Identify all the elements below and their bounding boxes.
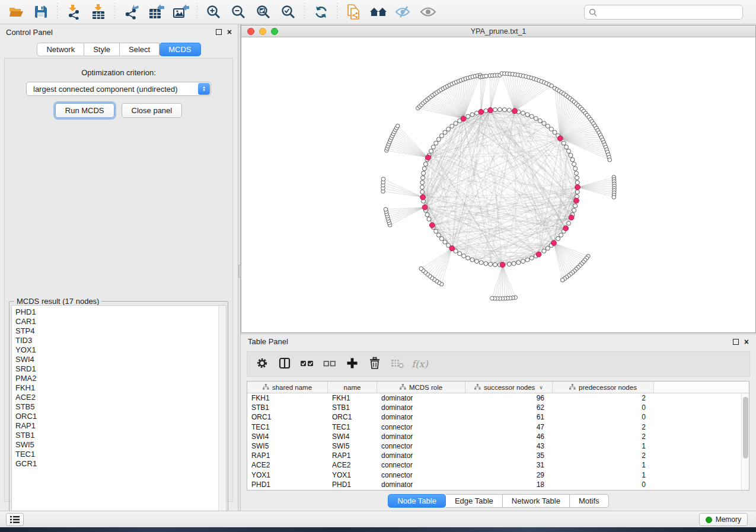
- run-mcds-button[interactable]: Run MCDS: [55, 103, 114, 118]
- zoom-out-icon: [231, 4, 246, 20]
- zoom-in-icon: [206, 4, 221, 20]
- save-button[interactable]: [28, 1, 53, 23]
- cell: RAP1: [328, 451, 377, 460]
- table-row-ACE2[interactable]: ACE2ACE2connector311: [247, 460, 749, 470]
- table-row-FKH1[interactable]: FKH1FKH1dominator962: [247, 393, 749, 403]
- table-row-ORC1[interactable]: ORC1ORC1dominator610: [247, 412, 749, 422]
- open-folder-button[interactable]: [4, 1, 28, 23]
- table-row-SWI4[interactable]: SWI4SWI4dominator462: [247, 432, 749, 441]
- mcds-result-item[interactable]: TID3: [12, 336, 226, 345]
- export-image-button[interactable]: [168, 1, 193, 23]
- mcds-result-item[interactable]: GCR1: [12, 459, 226, 469]
- tab-select[interactable]: Select: [120, 43, 160, 56]
- mcds-result-item[interactable]: RAP1: [12, 421, 226, 431]
- tab-edge-table[interactable]: Edge Table: [446, 494, 503, 508]
- zoom-selected-button[interactable]: [276, 1, 301, 23]
- zoom-out-button[interactable]: [226, 1, 251, 23]
- import-network-button[interactable]: [61, 1, 86, 23]
- memory-label: Memory: [716, 515, 741, 524]
- cell: 61: [465, 413, 553, 421]
- eye-button[interactable]: [416, 1, 441, 23]
- cell: 1: [553, 461, 654, 469]
- column-header-predecessor-nodes[interactable]: predecessor nodes: [553, 382, 654, 393]
- mcds-result-item[interactable]: SWI4: [12, 355, 226, 364]
- table-row-SWI5[interactable]: SWI5SWI5connector431: [247, 441, 749, 451]
- gear-button[interactable]: [252, 354, 272, 374]
- float-window-icon[interactable]: [733, 339, 739, 345]
- gear-icon: [256, 357, 269, 371]
- close-panel-button[interactable]: Close panel: [122, 103, 183, 118]
- import-network-icon: [66, 4, 81, 20]
- fx-button[interactable]: f(x): [410, 354, 430, 374]
- cell: 96: [465, 394, 553, 402]
- columns-button[interactable]: [275, 354, 295, 374]
- tab-node-table[interactable]: Node Table: [388, 494, 446, 508]
- mcds-result-item[interactable]: CAR1: [12, 317, 226, 326]
- memory-button[interactable]: Memory: [699, 513, 748, 526]
- toolbar-separator: [114, 3, 115, 21]
- search-input[interactable]: [600, 8, 738, 17]
- mcds-result-item[interactable]: SWI5: [12, 440, 226, 450]
- sort-menu-icon[interactable]: ∨: [539, 384, 543, 390]
- tab-motifs[interactable]: Motifs: [570, 494, 609, 508]
- network-canvas[interactable]: [241, 37, 755, 332]
- optimization-value: largest connected component (undirected): [33, 85, 178, 94]
- tab-network[interactable]: Network: [37, 43, 84, 56]
- refresh-button[interactable]: [308, 1, 333, 23]
- zoom-in-button[interactable]: [201, 1, 226, 23]
- search-box: [584, 5, 743, 20]
- cell: YOX1: [328, 471, 377, 479]
- optimization-select[interactable]: largest connected component (undirected)…: [26, 82, 211, 96]
- mcds-result-item[interactable]: STP4: [12, 326, 226, 336]
- tab-network-table[interactable]: Network Table: [503, 494, 570, 508]
- network-titlebar[interactable]: YPA_prune.txt_1: [241, 25, 755, 37]
- cell: dominator: [377, 413, 465, 421]
- mcds-result-item[interactable]: YOX1: [12, 345, 226, 355]
- table-scroll-thumb[interactable]: [743, 397, 748, 459]
- uncheck-pair-button[interactable]: [320, 354, 340, 374]
- eye-hidden-button[interactable]: [391, 1, 416, 23]
- clone-network-button[interactable]: [341, 1, 366, 23]
- float-window-icon[interactable]: [216, 29, 222, 35]
- homes-button[interactable]: [366, 1, 391, 23]
- mcds-result-item[interactable]: STB1: [12, 431, 226, 440]
- table-row-RAP1[interactable]: RAP1RAP1dominator352: [247, 451, 749, 460]
- tab-style[interactable]: Style: [84, 43, 120, 56]
- mcds-result-item[interactable]: PMA2: [12, 374, 226, 383]
- mcds-result-list[interactable]: PHD1CAR1STP4TID3YOX1SWI4SRD1PMA2FKH1ACE2…: [11, 305, 227, 519]
- control-panel-tabs: NetworkStyleSelectMCDS: [37, 43, 200, 56]
- task-history-button[interactable]: [6, 513, 24, 526]
- mcds-result-item[interactable]: STB5: [12, 402, 226, 412]
- mcds-result-item[interactable]: TEC1: [12, 450, 226, 459]
- tab-mcds[interactable]: MCDS: [160, 43, 200, 56]
- status-bar: Memory: [0, 511, 756, 527]
- close-window-icon[interactable]: ×: [744, 339, 749, 345]
- table-scrollbar[interactable]: [741, 393, 749, 491]
- table-row-STB1[interactable]: STB1STB1dominator620: [247, 403, 749, 412]
- add-button[interactable]: [342, 354, 362, 374]
- table-delete-button[interactable]: [387, 354, 407, 374]
- check-pair-button[interactable]: [297, 354, 317, 374]
- column-header-name[interactable]: name: [328, 382, 377, 393]
- mcds-result-item[interactable]: SRD1: [12, 364, 226, 374]
- mcds-result-item[interactable]: ACE2: [12, 393, 226, 402]
- export-network-button[interactable]: [119, 1, 143, 23]
- column-header-shared-name[interactable]: shared name: [247, 382, 328, 393]
- trash-button[interactable]: [365, 354, 385, 374]
- table-row-YOX1[interactable]: YOX1YOX1connector291: [247, 470, 749, 480]
- column-header-MCDS-role[interactable]: MCDS role: [377, 382, 465, 393]
- table-row-TEC1[interactable]: TEC1TEC1connector472: [247, 422, 749, 432]
- zoom-fit-button[interactable]: [251, 1, 276, 23]
- close-window-icon[interactable]: ×: [227, 29, 232, 35]
- import-table-button[interactable]: [86, 1, 111, 23]
- mcds-result-item[interactable]: PHD1: [12, 307, 226, 317]
- table-row-PHD1[interactable]: PHD1PHD1dominator180: [247, 480, 749, 489]
- zoom-fit-icon: [256, 4, 271, 20]
- column-header-successor-nodes[interactable]: successor nodes∨: [465, 382, 553, 393]
- cell: dominator: [377, 451, 465, 460]
- mcds-result-item[interactable]: ORC1: [12, 412, 226, 421]
- mcds-result-item[interactable]: FKH1: [12, 383, 226, 393]
- mcds-list-scrollbar[interactable]: [218, 306, 226, 518]
- clone-network-icon: [346, 4, 361, 20]
- export-table-button[interactable]: [143, 1, 168, 23]
